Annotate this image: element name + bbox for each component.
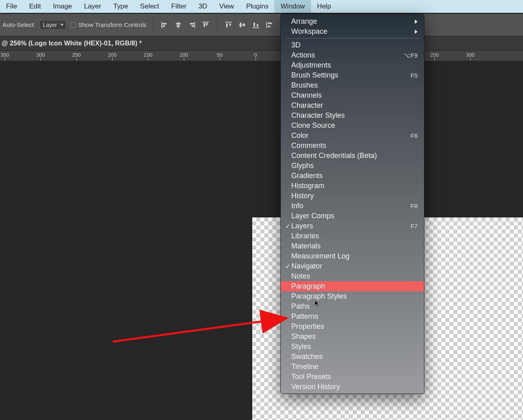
menubar-item-plugins[interactable]: Plugins: [240, 0, 275, 13]
menu-shortcut: F5: [410, 72, 418, 79]
menu-item-character[interactable]: Character: [281, 100, 424, 111]
menu-item-history[interactable]: History: [281, 191, 424, 201]
menu-item-histogram[interactable]: Histogram: [281, 181, 424, 191]
menu-item-label: Brushes: [291, 81, 418, 90]
submenu-arrow-icon: [415, 30, 418, 34]
menu-item-measurement-log[interactable]: Measurement Log: [281, 251, 424, 261]
menubar-item-layer[interactable]: Layer: [78, 0, 107, 13]
menu-item-version-history[interactable]: Version History: [281, 382, 424, 392]
menu-item-label: Paragraph Styles: [291, 292, 418, 301]
ruler-label: 200: [108, 52, 117, 58]
menu-item-shapes[interactable]: Shapes: [281, 332, 424, 342]
menu-item-comments[interactable]: Comments: [281, 141, 424, 151]
menu-item-timeline[interactable]: Timeline: [281, 362, 424, 372]
menubar-item-select[interactable]: Select: [134, 0, 165, 13]
menu-item-paragraph-styles[interactable]: Paragraph Styles: [281, 291, 424, 301]
menu-item-color[interactable]: ColorF6: [281, 131, 424, 141]
menu-item-libraries[interactable]: Libraries: [281, 231, 424, 241]
menu-item-label: Paragraph: [291, 282, 418, 291]
menu-item-paths[interactable]: Paths: [281, 301, 424, 311]
svg-rect-0: [161, 22, 162, 28]
document-tab-bar: @ 256% (Logo Icon White (HEX)-01, RGB/8)…: [0, 36, 523, 51]
menu-item-gradients[interactable]: Gradients: [281, 171, 424, 181]
distribute-top-icon[interactable]: [224, 20, 233, 30]
menu-item-layer-comps[interactable]: Layer Comps: [281, 211, 424, 221]
canvas-area[interactable]: [0, 61, 523, 420]
menu-item-notes[interactable]: Notes: [281, 271, 424, 281]
menubar-item-window[interactable]: Window: [274, 0, 311, 13]
menu-item-styles[interactable]: Styles: [281, 342, 424, 352]
menu-item-clone-source[interactable]: Clone Source: [281, 121, 424, 131]
menu-item-label: Adjustments: [291, 61, 418, 70]
distribute-vcenter-icon[interactable]: [237, 20, 247, 30]
ruler-label: 300: [36, 52, 45, 58]
menu-item-navigator[interactable]: ✓Navigator: [281, 261, 424, 271]
menu-item-tool-presets[interactable]: Tool Presets: [281, 372, 424, 382]
menubar-item-edit[interactable]: Edit: [23, 0, 47, 13]
menu-item-brushes[interactable]: Brushes: [281, 80, 424, 90]
menu-item-swatches[interactable]: Swatches: [281, 352, 424, 362]
menu-item-label: Tool Presets: [291, 373, 418, 381]
menubar-item-filter[interactable]: Filter: [165, 0, 193, 13]
menu-item-actions[interactable]: Actions⌥F9: [281, 50, 424, 60]
distribute-left-icon[interactable]: [265, 20, 274, 30]
svg-rect-23: [268, 26, 270, 27]
horizontal-ruler: 35030025020015010050050100150200250300: [0, 51, 523, 61]
menu-item-label: Brush Settings: [291, 71, 410, 80]
menu-item-properties[interactable]: Properties: [281, 322, 424, 332]
align-left-icon[interactable]: [160, 20, 169, 30]
align-right-icon[interactable]: [187, 20, 197, 30]
menu-item-paragraph[interactable]: Paragraph: [281, 281, 424, 291]
svg-rect-9: [202, 22, 209, 23]
menu-item-content-credentials-beta-[interactable]: Content Credentials (Beta): [281, 151, 424, 161]
menu-item-patterns[interactable]: Patterns: [281, 311, 424, 322]
svg-rect-3: [178, 22, 179, 28]
align-top-icon[interactable]: [201, 20, 210, 30]
menu-item-label: Measurement Log: [291, 252, 418, 260]
menubar-item-type[interactable]: Type: [107, 0, 134, 13]
menu-item-adjustments[interactable]: Adjustments: [281, 60, 424, 70]
menu-item-brush-settings[interactable]: Brush SettingsF5: [281, 70, 424, 80]
show-transform-label: Show Transform Controls: [78, 21, 146, 28]
menubar-item-help[interactable]: Help: [311, 0, 337, 13]
menu-item-materials[interactable]: Materials: [281, 241, 424, 251]
menu-item-label: Navigator: [291, 262, 418, 270]
svg-rect-13: [226, 23, 228, 27]
window-menu-dropdown: ArrangeWorkspace3DActions⌥F9AdjustmentsB…: [280, 14, 424, 394]
menu-item-layers[interactable]: ✓LayersF7: [281, 221, 424, 231]
menubar-item-file[interactable]: File: [0, 0, 23, 13]
check-icon: ✓: [284, 263, 291, 270]
menubar-item-image[interactable]: Image: [47, 0, 78, 13]
menu-item-workspace[interactable]: Workspace: [281, 27, 424, 37]
menu-item-arrange[interactable]: Arrange: [281, 16, 424, 27]
menubar-item-view[interactable]: View: [213, 0, 240, 13]
document-tab[interactable]: @ 256% (Logo Icon White (HEX)-01, RGB/8)…: [2, 40, 142, 47]
menu-item-label: Info: [291, 202, 410, 210]
svg-rect-12: [225, 22, 232, 23]
menu-item-character-styles[interactable]: Character Styles: [281, 111, 424, 121]
menu-item-label: Layer Comps: [291, 212, 418, 220]
svg-rect-16: [240, 23, 241, 27]
menu-item-3d[interactable]: 3D: [281, 40, 424, 50]
menu-item-label: Character Styles: [291, 111, 418, 120]
distribute-bottom-icon[interactable]: [251, 20, 261, 30]
svg-rect-6: [194, 22, 195, 28]
show-transform-checkbox[interactable]: Show Transform Controls: [70, 21, 146, 28]
menu-item-label: Patterns: [291, 312, 418, 321]
svg-rect-20: [257, 24, 258, 27]
align-group: [160, 20, 210, 30]
svg-rect-21: [266, 22, 267, 28]
menubar-item-3d[interactable]: 3D: [192, 0, 213, 13]
align-hcenter-icon[interactable]: [173, 20, 183, 30]
menu-item-label: Gradients: [291, 172, 418, 180]
menu-item-label: Actions: [291, 51, 404, 59]
menu-item-glyphs[interactable]: Glyphs: [281, 161, 424, 171]
ruler-label: 50: [217, 52, 222, 58]
menu-item-label: 3D: [291, 41, 418, 49]
layer-dropdown[interactable]: Layer: [39, 20, 66, 30]
menu-item-label: Swatches: [291, 352, 418, 361]
menu-item-info[interactable]: InfoF8: [281, 201, 424, 211]
ruler-label: 0: [254, 52, 257, 58]
menu-item-channels[interactable]: Channels: [281, 90, 424, 100]
cursor-icon: [314, 300, 320, 308]
